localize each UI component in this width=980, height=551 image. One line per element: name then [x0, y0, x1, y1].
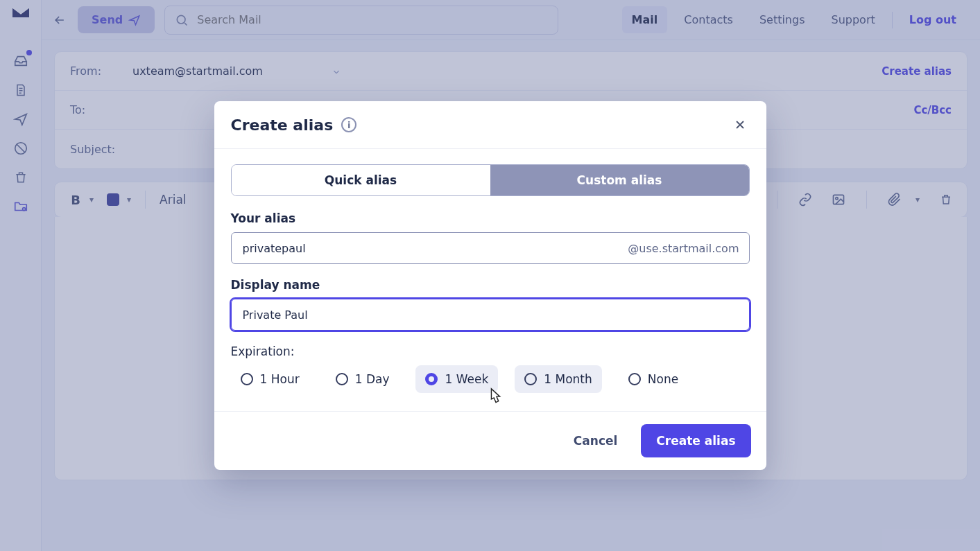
your-alias-label: Your alias: [231, 211, 750, 225]
radio-indicator: [336, 373, 348, 385]
modal-title: Create alias: [231, 116, 334, 134]
alias-domain-suffix: @use.startmail.com: [628, 242, 739, 255]
create-alias-button[interactable]: Create alias: [641, 424, 750, 457]
alias-field[interactable]: @use.startmail.com: [231, 232, 750, 264]
radio-indicator-selected: [425, 373, 438, 385]
alias-input[interactable]: [241, 241, 628, 256]
expiration-label: Expiration:: [231, 344, 750, 358]
info-icon[interactable]: i: [341, 117, 356, 132]
radio-1-day[interactable]: 1 Day: [326, 365, 399, 393]
display-name-label: Display name: [231, 278, 750, 292]
display-name-input[interactable]: [241, 308, 739, 322]
radio-1-week[interactable]: 1 Week: [415, 365, 498, 393]
radio-indicator: [241, 373, 253, 385]
radio-1-hour[interactable]: 1 Hour: [231, 365, 309, 393]
close-button[interactable]: [730, 115, 750, 134]
tab-quick-alias[interactable]: Quick alias: [232, 165, 490, 195]
modal-overlay: Create alias i Quick alias Custom alias …: [0, 0, 980, 551]
alias-type-switch: Quick alias Custom alias: [231, 164, 750, 196]
radio-indicator: [628, 373, 641, 385]
radio-none[interactable]: None: [619, 365, 688, 393]
radio-1-month[interactable]: 1 Month: [515, 365, 602, 393]
tab-custom-alias[interactable]: Custom alias: [490, 165, 749, 195]
modal-header: Create alias i: [214, 101, 766, 149]
expiration-options: 1 Hour 1 Day 1 Week 1 Month None: [231, 365, 750, 393]
create-alias-modal: Create alias i Quick alias Custom alias …: [214, 101, 766, 470]
radio-indicator: [524, 373, 537, 385]
cancel-button[interactable]: Cancel: [564, 426, 627, 456]
display-name-field[interactable]: [231, 299, 750, 331]
modal-body: Quick alias Custom alias Your alias @use…: [214, 149, 766, 412]
modal-footer: Cancel Create alias: [214, 412, 766, 470]
